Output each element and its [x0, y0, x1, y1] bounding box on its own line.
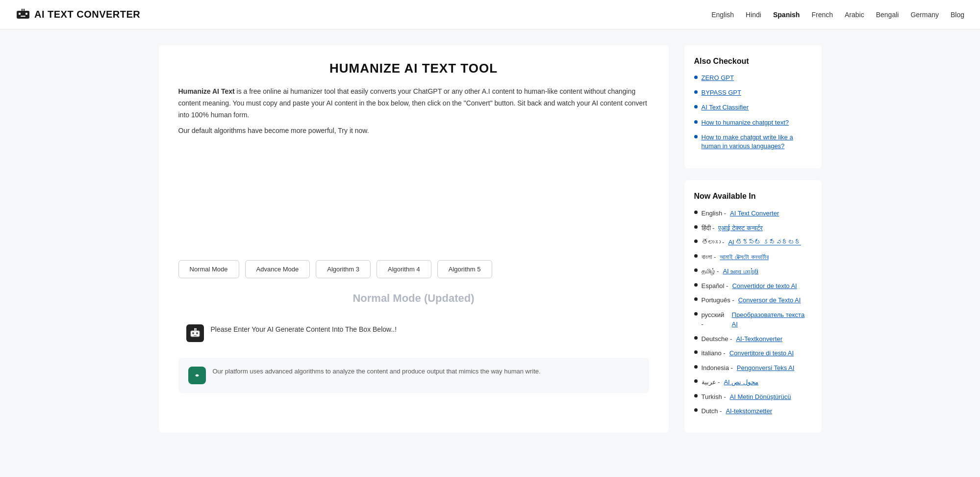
- dot-icon: [694, 120, 698, 124]
- lang-link[interactable]: আমাই টেক্সটো কনভার্টার: [720, 252, 768, 262]
- lang-link[interactable]: AI టెక్స్ట్ కన్వర్టర్: [728, 238, 801, 247]
- dot-icon: [694, 76, 698, 79]
- description-lead: Humanize AI Text: [178, 87, 235, 95]
- mode-btn-normal-mode[interactable]: Normal Mode: [178, 260, 239, 278]
- lang-link[interactable]: Pengonversi Teks AI: [737, 363, 795, 373]
- lang-link[interactable]: AI உரை மாற்றி: [723, 266, 758, 276]
- checkout-link-item: How to make chatgpt write like a human i…: [694, 133, 812, 151]
- lang-link[interactable]: Convertitore di testo AI: [729, 348, 794, 358]
- language-links: English - AI Text Converterहिंदी - एआई ट…: [694, 209, 812, 416]
- main-nav: EnglishHindiSpanishFrenchArabicBengaliGe…: [711, 11, 964, 19]
- nav-link-arabic[interactable]: Arabic: [845, 11, 864, 19]
- svg-rect-12: [194, 335, 197, 336]
- dot-icon: [694, 336, 698, 340]
- lang-name: हिंदी -: [702, 223, 715, 233]
- lang-link[interactable]: एआई टेक्स्ट कन्वर्टर: [718, 223, 762, 233]
- checkout-link[interactable]: BYPASS GPT: [702, 88, 741, 97]
- robot-icon: [186, 324, 204, 342]
- lang-item: italiano - Convertitore di testo AI: [694, 348, 812, 358]
- logo-icon: [16, 9, 30, 21]
- chatgpt-icon: [188, 367, 206, 384]
- dot-icon: [694, 350, 698, 354]
- dot-icon: [694, 254, 698, 258]
- lang-link[interactable]: Conversor de Texto AI: [738, 295, 801, 305]
- mode-label: Normal Mode (Updated): [178, 292, 649, 305]
- checkout-link-item: BYPASS GPT: [694, 88, 812, 97]
- svg-rect-0: [17, 11, 29, 19]
- lang-link[interactable]: AI Metin Dönüştürücü: [730, 392, 791, 402]
- dot-icon: [694, 268, 698, 272]
- dot-icon: [694, 105, 698, 108]
- nav-link-french[interactable]: French: [811, 11, 833, 19]
- checkout-link-item: ZERO GPT: [694, 74, 812, 82]
- dot-icon: [694, 239, 698, 243]
- lang-link[interactable]: AI Text Converter: [730, 209, 779, 218]
- main-content: HUMANIZE AI TEXT TOOL Humanize AI Text i…: [159, 45, 669, 433]
- dot-icon: [694, 394, 698, 398]
- logo[interactable]: AI TEXT CONVERTER: [16, 9, 140, 21]
- dot-icon: [694, 225, 698, 229]
- textarea-placeholder: [178, 150, 649, 248]
- checkout-link[interactable]: How to make chatgpt write like a human i…: [702, 133, 812, 151]
- lang-item: عربية - AI محول نص: [694, 377, 812, 387]
- lang-item: Português - Conversor de Texto AI: [694, 295, 812, 305]
- lang-name: తెలుగు -: [702, 238, 725, 247]
- lang-name: Turkish -: [702, 392, 726, 402]
- lang-name: Português -: [702, 295, 734, 305]
- lang-name: Español -: [702, 281, 729, 291]
- nav-link-bengali[interactable]: Bengali: [876, 11, 899, 19]
- lang-name: Indonesia -: [702, 363, 733, 373]
- description-sub: Our default algorithms have become more …: [178, 127, 649, 134]
- nav-link-blog[interactable]: Blog: [951, 11, 964, 19]
- lang-item: বাংলা - আমাই টেক্সটো কনভার্টার: [694, 252, 812, 262]
- svg-point-16: [195, 328, 197, 330]
- svg-point-10: [192, 332, 194, 334]
- svg-point-15: [194, 328, 196, 330]
- also-checkout-title: Also Checkout: [694, 57, 812, 66]
- checkout-link[interactable]: AI Text Classifier: [702, 103, 749, 112]
- lang-name: English -: [702, 209, 727, 218]
- lang-item: தமிழ் - AI உரை மாற்றி: [694, 266, 812, 276]
- now-available-title: Now Available In: [694, 192, 812, 201]
- lang-link[interactable]: Преобразователь текста AI: [732, 310, 812, 329]
- dot-icon: [694, 283, 698, 287]
- mode-btn-algorithm-5[interactable]: Algorithm 5: [437, 260, 492, 278]
- platform-text: Our platform uses advanced algorithms to…: [213, 367, 541, 377]
- mode-btn-advance-mode[interactable]: Advance Mode: [245, 260, 310, 278]
- nav-link-hindi[interactable]: Hindi: [746, 11, 761, 19]
- logo-text: AI TEXT CONVERTER: [34, 9, 140, 20]
- now-available-card: Now Available In English - AI Text Conve…: [684, 180, 822, 433]
- nav-link-spanish[interactable]: Spanish: [773, 11, 800, 19]
- checkout-link-item: AI Text Classifier: [694, 103, 812, 112]
- dot-icon: [694, 379, 698, 383]
- lang-item: English - AI Text Converter: [694, 209, 812, 218]
- dot-icon: [694, 408, 698, 412]
- checkout-link-item: How to humanize chatgpt text?: [694, 118, 812, 127]
- nav-link-english[interactable]: English: [711, 11, 734, 19]
- also-checkout-links: ZERO GPTBYPASS GPTAI Text ClassifierHow …: [694, 74, 812, 151]
- lang-name: தமிழ் -: [702, 266, 719, 276]
- nav-link-germany[interactable]: Germany: [910, 11, 939, 19]
- lang-link[interactable]: Convertidor de texto AI: [732, 281, 797, 291]
- dot-icon: [694, 297, 698, 301]
- sidebar: Also Checkout ZERO GPTBYPASS GPTAI Text …: [684, 45, 822, 433]
- lang-link[interactable]: AI-tekstomzetter: [726, 406, 772, 416]
- lang-link[interactable]: AI-Textkonverter: [736, 334, 782, 344]
- svg-rect-3: [21, 16, 25, 17]
- dot-icon: [694, 135, 698, 138]
- lang-item: Turkish - AI Metin Dönüştürücü: [694, 392, 812, 402]
- mode-buttons-container: Normal ModeAdvance ModeAlgorithm 3Algori…: [178, 260, 649, 278]
- lang-link[interactable]: AI محول نص: [724, 377, 758, 387]
- lang-name: عربية -: [702, 377, 720, 387]
- description: Humanize AI Text is a free online ai hum…: [178, 86, 649, 121]
- checkout-link[interactable]: ZERO GPT: [702, 74, 734, 82]
- checkout-link[interactable]: How to humanize chatgpt text?: [702, 118, 789, 127]
- svg-point-11: [196, 332, 198, 334]
- lang-name: italiano -: [702, 348, 726, 358]
- mode-btn-algorithm-4[interactable]: Algorithm 4: [377, 260, 431, 278]
- svg-rect-1: [19, 13, 21, 15]
- instruction-box: Please Enter Your AI Generate Content In…: [178, 317, 649, 350]
- lang-name: русский -: [702, 310, 728, 329]
- lang-item: हिंदी - एआई टेक्स्ट कन्वर्टर: [694, 223, 812, 233]
- mode-btn-algorithm-3[interactable]: Algorithm 3: [316, 260, 371, 278]
